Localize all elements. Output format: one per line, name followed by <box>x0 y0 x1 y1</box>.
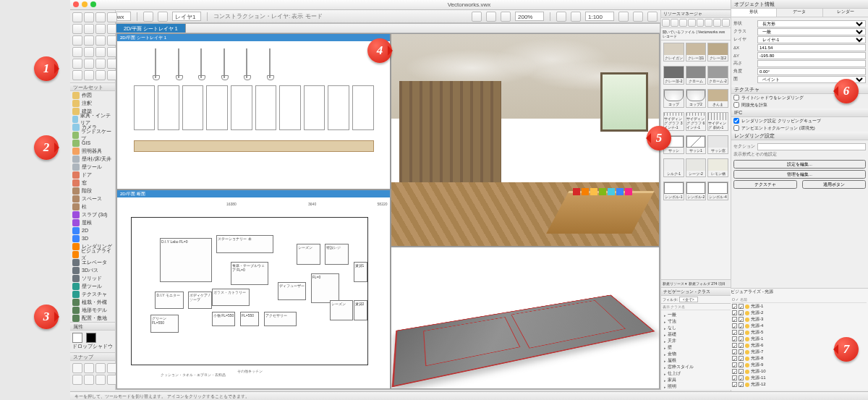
resource-swatch[interactable]: シンボル-4 <box>707 182 728 200</box>
nav-button[interactable] <box>472 12 482 22</box>
nav-class-row[interactable]: 一般 <box>663 312 729 318</box>
toolset-item[interactable]: 3D <box>70 234 115 242</box>
class-select[interactable]: 一般 <box>757 28 866 35</box>
nav-button[interactable] <box>486 12 496 22</box>
light-visible-checkbox[interactable]: ✓ <box>732 330 737 335</box>
light-visible-checkbox[interactable]: ✓ <box>732 343 737 348</box>
objinfo-tab-render[interactable]: レンダー <box>823 9 868 17</box>
zoom-field[interactable]: 200% <box>515 12 544 21</box>
tool-icon[interactable] <box>84 35 94 46</box>
toolset-item[interactable]: 注釈 <box>70 99 115 107</box>
toolset-item[interactable]: 地形モデル <box>70 306 115 314</box>
toolset-item[interactable]: ランドスケープ <box>70 131 115 139</box>
light-on-checkbox[interactable]: ✓ <box>739 323 744 328</box>
light-on-checkbox[interactable]: ✓ <box>739 375 744 380</box>
nav-class-row[interactable]: 天井 <box>663 338 729 344</box>
tool-icon[interactable] <box>107 12 117 22</box>
light-visible-checkbox[interactable]: ✓ <box>732 310 737 315</box>
nav-class-row[interactable]: なし <box>663 325 729 331</box>
resource-swatch[interactable]: サイディング グラフ 6インチ-1 <box>686 112 707 131</box>
toolset-item[interactable]: ソリッド <box>70 274 115 282</box>
edit-settings-button[interactable]: 設定を編集... <box>733 160 866 169</box>
view-button[interactable] <box>633 12 643 22</box>
close-icon[interactable] <box>73 1 79 7</box>
toolset-item[interactable]: 壁ツール <box>70 282 115 290</box>
nav-class-row[interactable]: 窓枠スタイル <box>663 364 729 370</box>
toolset-item[interactable]: 屋根 <box>70 218 115 226</box>
toolset-item[interactable]: ビジュアライズ <box>70 250 115 258</box>
light-on-checkbox[interactable]: ✓ <box>739 317 744 322</box>
light-row[interactable]: ✓✓光源-9 <box>732 362 867 368</box>
rm-btn[interactable] <box>662 19 670 27</box>
ao-checkbox[interactable] <box>733 125 739 131</box>
tool-icon[interactable] <box>95 24 106 34</box>
resource-swatch[interactable]: シンボル-1 <box>663 182 684 200</box>
resource-swatch[interactable]: コップ <box>663 89 684 108</box>
tool-icon[interactable] <box>84 59 94 69</box>
viewport-3d[interactable] <box>391 247 660 389</box>
toolset-item[interactable]: 柱 <box>70 203 115 210</box>
tool-icon[interactable] <box>72 70 82 80</box>
light-on-checkbox[interactable]: ✓ <box>739 336 744 341</box>
light-visible-checkbox[interactable]: ✓ <box>732 323 737 328</box>
light-on-checkbox[interactable]: ✓ <box>739 349 744 354</box>
tool-icon[interactable] <box>72 24 82 34</box>
tool-button[interactable] <box>143 12 153 22</box>
apply-button[interactable]: 適用ボタン <box>802 180 866 189</box>
nav-class-row[interactable]: 寸法 <box>663 318 729 325</box>
tool-icon[interactable] <box>95 70 106 80</box>
pen-swatch[interactable] <box>86 333 96 343</box>
resource-swatch[interactable]: サッシ1 <box>686 135 707 154</box>
nav-class-row[interactable]: 仕上げ <box>663 370 729 377</box>
edit-manage-button[interactable]: 管理を編集... <box>733 170 866 179</box>
tool-icon[interactable] <box>84 24 94 34</box>
toolset-item[interactable]: スラブ (3d) <box>70 210 115 218</box>
rm-btn[interactable] <box>713 19 721 27</box>
scale-field[interactable]: 1:100 <box>585 12 614 21</box>
light-row[interactable]: ✓✓光源-2 <box>732 310 867 316</box>
tool-icon[interactable] <box>84 12 94 22</box>
nav-class-row[interactable]: 屋根 <box>663 357 729 364</box>
zoom-icon[interactable] <box>90 1 96 7</box>
light-on-checkbox[interactable]: ✓ <box>739 310 744 315</box>
toolset-item[interactable]: 作図 <box>70 91 115 99</box>
resource-mgr-footer[interactable]: 新規リソース ▾ 新規フォルダ 274 項目 <box>661 279 731 287</box>
light-visible-checkbox[interactable]: ✓ <box>732 317 737 322</box>
angle-field[interactable] <box>757 68 866 75</box>
rm-tabs[interactable]: 開いているファイル | Vectorworks.vwx レコード <box>661 28 731 41</box>
resource-swatch[interactable]: シルク-1 <box>663 158 684 177</box>
light-row[interactable]: ✓✓光源-10 <box>732 368 867 375</box>
rm-btn[interactable] <box>688 19 696 27</box>
resource-swatch[interactable]: クレイガン <box>663 43 684 61</box>
tool-icon[interactable] <box>95 59 106 69</box>
light-on-checkbox[interactable]: ✓ <box>739 304 744 309</box>
resource-swatch[interactable]: クローム <box>686 66 707 85</box>
light-visible-checkbox[interactable]: ✓ <box>732 369 737 374</box>
layer-select[interactable]: レイヤ-1 <box>757 36 866 43</box>
rm-btn[interactable] <box>705 19 712 27</box>
light-visible-checkbox[interactable]: ✓ <box>732 336 737 341</box>
resource-swatch[interactable]: コップ2 <box>686 89 707 108</box>
snap-toggle[interactable] <box>95 363 106 373</box>
snap-toggle[interactable] <box>95 375 106 385</box>
light-row[interactable]: ✓✓光源-4 <box>732 323 867 329</box>
objinfo-tab-shape[interactable]: 形状 <box>731 9 777 17</box>
snap-toggle[interactable] <box>72 363 82 373</box>
nav-filter-dropdown[interactable]: <全て> <box>679 297 698 302</box>
nav-class-row[interactable]: 壁 <box>663 344 729 351</box>
light-on-checkbox[interactable]: ✓ <box>739 343 744 348</box>
resource-swatch[interactable]: クレー茶2 <box>707 43 728 61</box>
layer-dropdown[interactable]: レイヤ1 <box>172 12 201 21</box>
light-on-checkbox[interactable]: ✓ <box>739 382 744 387</box>
toolset-item[interactable]: ドア <box>70 171 115 179</box>
y-field[interactable] <box>757 52 866 59</box>
render-shadow-checkbox[interactable] <box>733 95 739 101</box>
toolset-item[interactable]: 壁/柱/床/天井 <box>70 155 115 163</box>
minimize-icon[interactable] <box>82 1 88 7</box>
nav-button[interactable] <box>501 12 511 22</box>
view-button[interactable] <box>618 12 629 22</box>
resource-swatch[interactable]: クレー茶-2 <box>663 66 684 85</box>
snap-toggle[interactable] <box>84 363 94 373</box>
light-row[interactable]: ✓✓光源-12 <box>732 381 867 388</box>
tool-icon[interactable] <box>84 47 94 57</box>
